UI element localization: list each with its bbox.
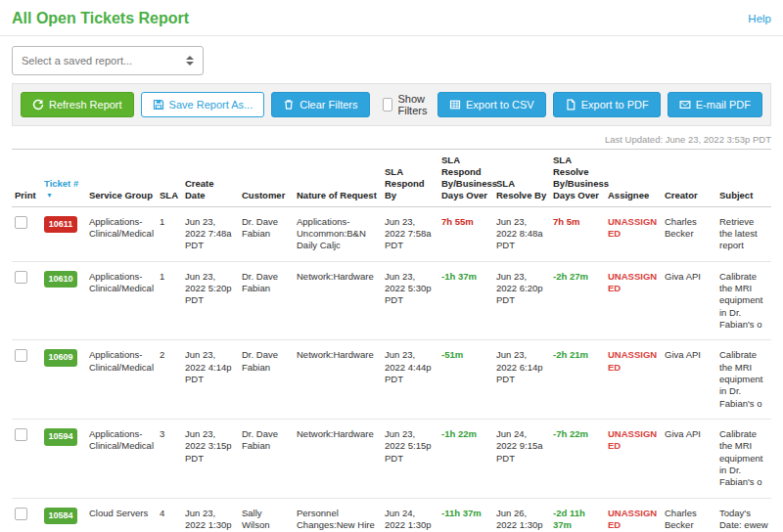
col-print: Print (12, 150, 41, 207)
show-filters-checkbox[interactable] (383, 98, 392, 111)
service-group-cell: Applications-Clinical/Medical (86, 340, 157, 420)
show-filters-toggle[interactable]: Show Filters (383, 93, 438, 116)
print-checkbox[interactable] (15, 271, 27, 284)
col-sla-respond-by[interactable]: SLA Respond By (382, 150, 438, 207)
customer-cell: Sally Wilson (239, 498, 294, 532)
clear-filters-button[interactable]: Clear Filters (271, 92, 369, 117)
save-report-as-button[interactable]: Save Report As... (141, 92, 265, 117)
print-checkbox[interactable] (15, 508, 27, 520)
sla-resolve-over-cell: -2d 11h 37m (550, 498, 605, 532)
refresh-icon (32, 99, 44, 111)
sla-respond-over-cell: -51m (438, 340, 493, 420)
creator-cell: Charles Becker (662, 498, 716, 532)
table-row: 10609 Applications-Clinical/Medical 2 Ju… (12, 340, 771, 420)
sla-respond-by-cell: Jun 23, 2022 5:30p PDT (382, 261, 438, 340)
sla-respond-by-cell: Jun 23, 2022 7:58a PDT (382, 206, 438, 261)
print-cell (12, 206, 41, 261)
col-subject[interactable]: Subject (716, 150, 771, 207)
col-sla-resolve-over[interactable]: SLA Resolve By/Business Days Over (550, 150, 605, 207)
sla-cell: 4 (157, 498, 182, 532)
ticket-badge[interactable]: 10594 (44, 428, 77, 446)
col-assignee[interactable]: Assignee (605, 150, 662, 207)
table-row: 10611 Applications-Clinical/Medical 1 Ju… (12, 206, 771, 261)
ticket-cell: 10611 (41, 206, 86, 261)
ticket-badge[interactable]: 10609 (44, 349, 77, 367)
col-sla-respond-over[interactable]: SLA Respond By/Business Days Over (438, 150, 493, 207)
ticket-badge[interactable]: 10610 (44, 271, 77, 288)
ticket-cell: 10584 (41, 498, 86, 532)
tickets-tbody: 10611 Applications-Clinical/Medical 1 Ju… (12, 206, 771, 532)
tickets-table: Print Ticket #▼ Service Group SLA Create… (12, 149, 771, 532)
assignee-cell: UNASSIGNED (605, 206, 662, 261)
sla-resolve-by-cell: Jun 24, 2022 9:15a PDT (493, 419, 550, 498)
pdf-document-icon (565, 99, 576, 111)
sla-resolve-by-cell: Jun 26, 2022 1:30p PDT (493, 498, 550, 532)
sla-resolve-over-cell: -2h 27m (550, 261, 605, 340)
col-creator[interactable]: Creator (662, 150, 716, 207)
col-ticket-number[interactable]: Ticket #▼ (41, 150, 86, 207)
export-csv-button[interactable]: Export to CSV (438, 92, 546, 117)
ticket-cell: 10609 (41, 340, 86, 420)
email-pdf-button[interactable]: E-mail PDF (668, 92, 762, 117)
col-create-date[interactable]: Create Date (182, 150, 239, 207)
col-customer[interactable]: Customer (239, 150, 294, 207)
table-row: 10610 Applications-Clinical/Medical 1 Ju… (12, 261, 771, 340)
print-checkbox[interactable] (15, 428, 27, 441)
refresh-report-button[interactable]: Refresh Report (21, 92, 134, 117)
csv-grid-icon (449, 99, 461, 111)
envelope-icon (679, 99, 691, 111)
nature-of-request-cell: Network:Hardware (294, 419, 382, 498)
page-header: All Open Tickets Report Help (0, 0, 783, 36)
sla-cell: 3 (157, 419, 182, 498)
customer-cell: Dr. Dave Fabian (239, 419, 294, 498)
sla-resolve-over-cell: -7h 22m (550, 419, 605, 498)
print-checkbox[interactable] (15, 349, 27, 362)
creator-cell: Giva API (662, 261, 716, 340)
sla-respond-over-cell: -11h 37m (438, 498, 493, 532)
service-group-cell: Applications-Clinical/Medical (86, 206, 157, 261)
toolbar-left-group: Refresh Report Save Report As... Clear F… (21, 92, 438, 117)
sla-respond-over-cell: 7h 55m (438, 206, 493, 261)
service-group-cell: Applications-Clinical/Medical (86, 261, 157, 340)
creator-cell: Giva API (662, 419, 716, 498)
col-service-group[interactable]: Service Group (86, 150, 157, 207)
report-toolbar: Refresh Report Save Report As... Clear F… (12, 83, 771, 126)
table-header-row: Print Ticket #▼ Service Group SLA Create… (12, 150, 771, 207)
subject-cell: Calibrate the MRI equipment in Dr. Fabia… (716, 340, 771, 420)
all-open-tickets-report-page: All Open Tickets Report Help Select a sa… (0, 0, 783, 532)
subject-cell: Calibrate the MRI equipment in Dr. Fabia… (716, 419, 771, 498)
subject-cell: Today's Date: ewew Hire or Termination D… (716, 498, 771, 532)
sla-respond-by-cell: Jun 24, 2022 1:30p PDT (382, 498, 438, 532)
export-pdf-button[interactable]: Export to PDF (553, 92, 661, 117)
subject-cell: Retrieve the latest report (716, 206, 771, 261)
col-sla-resolve-by[interactable]: SLA Resolve By (493, 150, 550, 207)
nature-of-request-cell: Network:Hardware (294, 261, 382, 340)
create-date-cell: Jun 23, 2022 4:14p PDT (182, 340, 239, 420)
sla-resolve-by-cell: Jun 23, 2022 6:14p PDT (493, 340, 550, 420)
trash-icon (283, 99, 295, 111)
service-group-cell: Applications-Clinical/Medical (86, 419, 157, 498)
saved-report-select[interactable]: Select a saved report... (12, 46, 204, 75)
print-cell (12, 261, 41, 340)
save-icon (153, 99, 164, 111)
ticket-cell: 10610 (41, 261, 86, 340)
col-sla[interactable]: SLA (157, 150, 182, 207)
show-filters-label: Show Filters (398, 93, 438, 116)
table-row: 10584 Cloud Servers 4 Jun 23, 2022 1:30p… (12, 498, 771, 532)
sla-resolve-over-cell: -2h 21m (550, 340, 605, 420)
create-date-cell: Jun 23, 2022 1:30p PDT (182, 498, 239, 532)
saved-report-select-value: Select a saved report... (22, 55, 132, 66)
toolbar-right-group: Export to CSV Export to PDF E-mail PDF (438, 92, 762, 117)
print-cell (12, 419, 41, 498)
sla-cell: 1 (157, 261, 182, 340)
col-nature-of-request[interactable]: Nature of Request (294, 150, 382, 207)
sla-resolve-by-cell: Jun 23, 2022 8:48a PDT (493, 206, 550, 261)
create-date-cell: Jun 23, 2022 7:48a PDT (182, 206, 239, 261)
print-checkbox[interactable] (15, 216, 27, 229)
sla-cell: 1 (157, 206, 182, 261)
ticket-badge[interactable]: 10584 (44, 508, 77, 525)
sort-desc-icon: ▼ (46, 192, 53, 200)
help-link[interactable]: Help (748, 13, 771, 24)
ticket-badge[interactable]: 10611 (44, 216, 77, 234)
assignee-cell: UNASSIGNED (605, 419, 662, 498)
